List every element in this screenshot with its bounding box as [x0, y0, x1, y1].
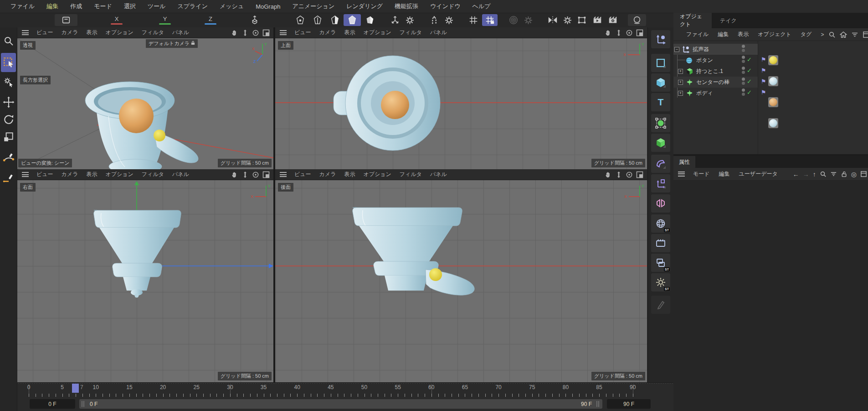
- visibility-dots[interactable]: [742, 56, 745, 63]
- vp-menu-filter[interactable]: フィルタ: [138, 29, 168, 36]
- camera-badge[interactable]: デフォルトカメラ: [146, 39, 198, 48]
- sketch-tool-icon[interactable]: [1, 170, 16, 186]
- vp-menu-camera[interactable]: カメラ: [57, 29, 82, 36]
- viewport-menu-icon[interactable]: [280, 172, 287, 177]
- axis-gizmo[interactable]: Y X Z: [252, 40, 272, 64]
- mode-polygons-icon[interactable]: [326, 14, 344, 26]
- pan-hand-icon[interactable]: [231, 171, 238, 178]
- menu-animation[interactable]: アニメーション: [286, 2, 340, 10]
- lock-z-axis-button[interactable]: Z: [198, 14, 223, 26]
- axis-modify-icon[interactable]: [242, 14, 267, 26]
- maximize-view-icon[interactable]: [262, 171, 270, 178]
- generator-cube-icon[interactable]: [651, 134, 670, 152]
- object-row-handle[interactable]: + 持つとこ.1: [673, 66, 758, 77]
- menu-file[interactable]: ファイル: [5, 2, 41, 10]
- find-tool-icon[interactable]: [1, 33, 16, 49]
- menu-select[interactable]: 選択: [118, 2, 142, 10]
- snap-settings-gear-icon[interactable]: [442, 14, 456, 26]
- dolly-icon[interactable]: [241, 171, 249, 178]
- parent-up-icon[interactable]: ↑: [813, 171, 816, 178]
- object-row-center-rod[interactable]: + センターの棒: [673, 77, 758, 88]
- maximize-view-icon[interactable]: [636, 171, 643, 178]
- menu-extensions[interactable]: 機能拡張: [389, 2, 424, 10]
- orbit-icon[interactable]: [252, 29, 259, 36]
- lock-y-axis-button[interactable]: Y: [152, 14, 178, 26]
- search-icon[interactable]: [820, 171, 827, 177]
- filter-icon[interactable]: [851, 31, 858, 38]
- phong-tag-icon[interactable]: ⚑: [761, 78, 766, 85]
- om-menu-file[interactable]: ファイル: [682, 31, 713, 38]
- enable-axis-icon[interactable]: [387, 14, 403, 26]
- orbit-icon[interactable]: [252, 171, 259, 178]
- file-box-icon[interactable]: [55, 14, 77, 26]
- vp-menu-view[interactable]: ビュー: [290, 29, 315, 36]
- vp-menu-camera[interactable]: カメラ: [57, 171, 82, 178]
- workplane-grid-icon[interactable]: [466, 14, 481, 26]
- scale-tool-icon[interactable]: [1, 129, 16, 145]
- expand-toggle[interactable]: +: [678, 91, 683, 96]
- vp-menu-view[interactable]: ビュー: [290, 171, 315, 178]
- menu-spline[interactable]: スプライン: [171, 2, 214, 10]
- mode-model-icon[interactable]: [344, 14, 361, 26]
- attr-menu-userdata[interactable]: ユーザーデータ: [734, 170, 782, 178]
- viewport-back-canvas[interactable]: Y X 後面 グリッド間隔 : 50 cm: [275, 180, 647, 382]
- symmetry-generator-icon[interactable]: [651, 194, 670, 213]
- motext-icon[interactable]: T: [651, 93, 670, 111]
- vp-menu-camera[interactable]: カメラ: [315, 171, 340, 178]
- move-tool-icon[interactable]: [1, 94, 16, 110]
- timeline-end-field[interactable]: 90 F: [607, 399, 651, 409]
- mode-points-icon[interactable]: [292, 14, 309, 26]
- vp-menu-panel[interactable]: パネル: [426, 29, 451, 36]
- home-icon[interactable]: [840, 31, 847, 38]
- vp-menu-filter[interactable]: フィルタ: [138, 171, 168, 178]
- falloff-icon[interactable]: [506, 14, 521, 26]
- axis-gizmo[interactable]: Y X: [622, 40, 644, 60]
- axis-gizmo[interactable]: Y X: [249, 182, 271, 202]
- timeline-range-slider[interactable]: 0 F 90 F: [79, 399, 602, 409]
- range-grip-right[interactable]: [596, 401, 600, 407]
- vp-menu-filter[interactable]: フィルタ: [395, 29, 426, 36]
- pan-hand-icon[interactable]: [605, 171, 612, 178]
- vp-menu-display[interactable]: 表示: [82, 29, 101, 36]
- spline-primitive-icon[interactable]: [651, 54, 670, 72]
- enabled-check-icon[interactable]: ✓: [747, 67, 752, 74]
- maximize-view-icon[interactable]: [636, 29, 643, 36]
- panel-menu-icon[interactable]: [678, 172, 685, 177]
- enabled-check-icon[interactable]: ✓: [747, 89, 752, 96]
- viewport-menu-icon[interactable]: [22, 30, 29, 35]
- timeline-playhead[interactable]: [72, 384, 79, 393]
- subdivision-surface-icon[interactable]: [651, 114, 670, 132]
- light-icon[interactable]: ST: [651, 273, 670, 291]
- om-menu-tags[interactable]: タグ: [796, 31, 817, 38]
- target-icon[interactable]: ◎: [851, 171, 857, 178]
- object-row-button[interactable]: ボタン: [673, 55, 758, 66]
- lock-icon[interactable]: [841, 171, 847, 177]
- attr-menu-edit[interactable]: 編集: [714, 170, 734, 178]
- dolly-icon[interactable]: [241, 29, 249, 36]
- null-object-icon[interactable]: [651, 30, 670, 48]
- axis-settings-gear-icon[interactable]: [403, 14, 416, 26]
- expand-toggle[interactable]: +: [678, 69, 683, 74]
- filter-icon[interactable]: [830, 171, 837, 177]
- maximize-view-icon[interactable]: [262, 29, 270, 36]
- history-forward-icon[interactable]: →: [803, 171, 809, 178]
- menu-edit[interactable]: 編集: [41, 2, 64, 10]
- om-menu-view[interactable]: 表示: [733, 31, 753, 38]
- material-tag-blue[interactable]: [768, 118, 778, 128]
- render-view-icon[interactable]: [575, 14, 589, 26]
- vp-menu-panel[interactable]: パネル: [168, 171, 193, 178]
- lock-x-axis-button[interactable]: X: [104, 14, 129, 26]
- menu-render[interactable]: レンダリング: [340, 2, 389, 10]
- menu-window[interactable]: ウインドウ: [424, 2, 467, 10]
- enabled-check-icon[interactable]: ✓: [747, 56, 752, 63]
- render-picture-viewer-icon[interactable]: [591, 14, 604, 26]
- dolly-icon[interactable]: [615, 29, 622, 36]
- symmetry-icon[interactable]: [545, 14, 560, 26]
- vp-menu-camera[interactable]: カメラ: [315, 29, 340, 36]
- falloff-settings-gear-icon[interactable]: [521, 14, 535, 26]
- panel-options-icon[interactable]: [863, 31, 868, 38]
- viewport-menu-icon[interactable]: [22, 172, 29, 177]
- lock-workplane-grid-icon[interactable]: [482, 14, 498, 26]
- tab-objects[interactable]: オブジェクト: [673, 13, 712, 28]
- timeline-start-field[interactable]: 0 F: [30, 399, 75, 409]
